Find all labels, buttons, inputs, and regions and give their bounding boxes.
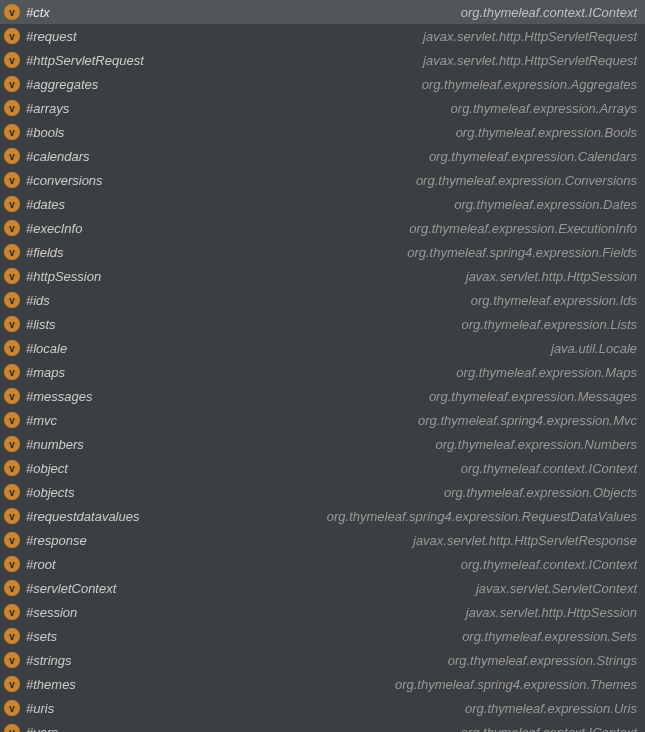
completion-item-label: #ids bbox=[26, 293, 50, 308]
completion-item-type: javax.servlet.http.HttpSession bbox=[466, 605, 637, 620]
completion-item-type: org.thymeleaf.expression.Numbers bbox=[435, 437, 637, 452]
variable-icon: v bbox=[4, 52, 20, 68]
completion-item-type: org.thymeleaf.expression.Messages bbox=[429, 389, 637, 404]
completion-item-label: #arrays bbox=[26, 101, 69, 116]
completion-item[interactable]: v#arraysorg.thymeleaf.expression.Arrays bbox=[0, 96, 645, 120]
variable-icon: v bbox=[4, 604, 20, 620]
variable-icon: v bbox=[4, 196, 20, 212]
completion-item-type: org.thymeleaf.expression.Conversions bbox=[416, 173, 637, 188]
completion-item[interactable]: v#fieldsorg.thymeleaf.spring4.expression… bbox=[0, 240, 645, 264]
completion-item[interactable]: v#requestdatavaluesorg.thymeleaf.spring4… bbox=[0, 504, 645, 528]
completion-item[interactable]: v#datesorg.thymeleaf.expression.Dates bbox=[0, 192, 645, 216]
variable-icon: v bbox=[4, 484, 20, 500]
completion-item-label: #sets bbox=[26, 629, 57, 644]
completion-item[interactable]: v#servletContextjavax.servlet.ServletCon… bbox=[0, 576, 645, 600]
variable-icon: v bbox=[4, 4, 20, 20]
completion-item-type: org.thymeleaf.expression.Calendars bbox=[429, 149, 637, 164]
completion-item-type: org.thymeleaf.context.IContext bbox=[461, 725, 637, 733]
completion-item-type: org.thymeleaf.context.IContext bbox=[461, 461, 637, 476]
variable-icon: v bbox=[4, 148, 20, 164]
variable-icon: v bbox=[4, 244, 20, 260]
variable-icon: v bbox=[4, 364, 20, 380]
completion-item-type: javax.servlet.http.HttpServletRequest bbox=[423, 53, 637, 68]
completion-item[interactable]: v#stringsorg.thymeleaf.expression.String… bbox=[0, 648, 645, 672]
completion-item[interactable]: v#localejava.util.Locale bbox=[0, 336, 645, 360]
completion-item-type: org.thymeleaf.expression.Bools bbox=[456, 125, 637, 140]
completion-list[interactable]: v#ctxorg.thymeleaf.context.IContextv#req… bbox=[0, 0, 645, 732]
completion-item-label: #fields bbox=[26, 245, 64, 260]
completion-item[interactable]: v#mapsorg.thymeleaf.expression.Maps bbox=[0, 360, 645, 384]
completion-item[interactable]: v#mvcorg.thymeleaf.spring4.expression.Mv… bbox=[0, 408, 645, 432]
completion-item-label: #objects bbox=[26, 485, 74, 500]
completion-item-type: org.thymeleaf.expression.Uris bbox=[465, 701, 637, 716]
completion-item[interactable]: v#rootorg.thymeleaf.context.IContext bbox=[0, 552, 645, 576]
variable-icon: v bbox=[4, 652, 20, 668]
completion-item-label: #servletContext bbox=[26, 581, 116, 596]
variable-icon: v bbox=[4, 508, 20, 524]
completion-item-type: org.thymeleaf.expression.ExecutionInfo bbox=[409, 221, 637, 236]
completion-item[interactable]: v#calendarsorg.thymeleaf.expression.Cale… bbox=[0, 144, 645, 168]
completion-item-label: #mvc bbox=[26, 413, 57, 428]
completion-item[interactable]: v#httpSessionjavax.servlet.http.HttpSess… bbox=[0, 264, 645, 288]
completion-item[interactable]: v#httpServletRequestjavax.servlet.http.H… bbox=[0, 48, 645, 72]
completion-item-label: #numbers bbox=[26, 437, 84, 452]
variable-icon: v bbox=[4, 628, 20, 644]
completion-item[interactable]: v#requestjavax.servlet.http.HttpServletR… bbox=[0, 24, 645, 48]
completion-item-label: #aggregates bbox=[26, 77, 98, 92]
completion-item[interactable]: v#urisorg.thymeleaf.expression.Uris bbox=[0, 696, 645, 720]
completion-item-label: #request bbox=[26, 29, 77, 44]
variable-icon: v bbox=[4, 76, 20, 92]
variable-icon: v bbox=[4, 340, 20, 356]
completion-item-type: javax.servlet.http.HttpServletResponse bbox=[413, 533, 637, 548]
completion-item[interactable]: v#sessionjavax.servlet.http.HttpSession bbox=[0, 600, 645, 624]
completion-item[interactable]: v#responsejavax.servlet.http.HttpServlet… bbox=[0, 528, 645, 552]
completion-item-label: #httpSession bbox=[26, 269, 101, 284]
completion-item-label: #object bbox=[26, 461, 68, 476]
variable-icon: v bbox=[4, 556, 20, 572]
completion-item-label: #session bbox=[26, 605, 77, 620]
completion-item-type: org.thymeleaf.context.IContext bbox=[461, 557, 637, 572]
completion-item-type: org.thymeleaf.expression.Maps bbox=[456, 365, 637, 380]
completion-item-label: #lists bbox=[26, 317, 56, 332]
completion-item-label: #conversions bbox=[26, 173, 103, 188]
completion-item-label: #dates bbox=[26, 197, 65, 212]
variable-icon: v bbox=[4, 700, 20, 716]
variable-icon: v bbox=[4, 28, 20, 44]
completion-item-type: javax.servlet.ServletContext bbox=[476, 581, 637, 596]
variable-icon: v bbox=[4, 676, 20, 692]
completion-item[interactable]: v#messagesorg.thymeleaf.expression.Messa… bbox=[0, 384, 645, 408]
completion-item-label: #bools bbox=[26, 125, 64, 140]
variable-icon: v bbox=[4, 460, 20, 476]
completion-item[interactable]: v#boolsorg.thymeleaf.expression.Bools bbox=[0, 120, 645, 144]
variable-icon: v bbox=[4, 388, 20, 404]
completion-item[interactable]: v#conversionsorg.thymeleaf.expression.Co… bbox=[0, 168, 645, 192]
completion-item-label: #execInfo bbox=[26, 221, 82, 236]
variable-icon: v bbox=[4, 436, 20, 452]
completion-item-label: #root bbox=[26, 557, 56, 572]
completion-item-label: #requestdatavalues bbox=[26, 509, 139, 524]
completion-item-label: #maps bbox=[26, 365, 65, 380]
completion-item-label: #uris bbox=[26, 701, 54, 716]
completion-item[interactable]: v#aggregatesorg.thymeleaf.expression.Agg… bbox=[0, 72, 645, 96]
variable-icon: v bbox=[4, 220, 20, 236]
completion-item[interactable]: v#ctxorg.thymeleaf.context.IContext bbox=[0, 0, 645, 24]
completion-item-type: org.thymeleaf.expression.Dates bbox=[454, 197, 637, 212]
completion-item-type: org.thymeleaf.expression.Objects bbox=[444, 485, 637, 500]
completion-item[interactable]: v#objectorg.thymeleaf.context.IContext bbox=[0, 456, 645, 480]
completion-item-label: #vars bbox=[26, 725, 58, 733]
completion-item[interactable]: v#varsorg.thymeleaf.context.IContext bbox=[0, 720, 645, 732]
completion-item-label: #calendars bbox=[26, 149, 90, 164]
completion-item[interactable]: v#listsorg.thymeleaf.expression.Lists bbox=[0, 312, 645, 336]
completion-item[interactable]: v#idsorg.thymeleaf.expression.Ids bbox=[0, 288, 645, 312]
completion-item[interactable]: v#themesorg.thymeleaf.spring4.expression… bbox=[0, 672, 645, 696]
completion-item[interactable]: v#setsorg.thymeleaf.expression.Sets bbox=[0, 624, 645, 648]
completion-item[interactable]: v#execInfoorg.thymeleaf.expression.Execu… bbox=[0, 216, 645, 240]
completion-item-label: #strings bbox=[26, 653, 72, 668]
completion-item[interactable]: v#numbersorg.thymeleaf.expression.Number… bbox=[0, 432, 645, 456]
variable-icon: v bbox=[4, 580, 20, 596]
completion-item-type: org.thymeleaf.spring4.expression.Request… bbox=[327, 509, 637, 524]
variable-icon: v bbox=[4, 268, 20, 284]
completion-item-type: org.thymeleaf.expression.Aggregates bbox=[422, 77, 637, 92]
completion-item-type: java.util.Locale bbox=[551, 341, 637, 356]
completion-item[interactable]: v#objectsorg.thymeleaf.expression.Object… bbox=[0, 480, 645, 504]
